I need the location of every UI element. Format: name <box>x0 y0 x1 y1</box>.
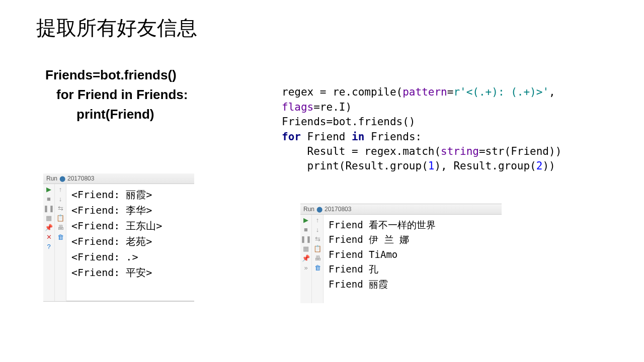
code-text: Friends=bot.friends() <box>282 116 416 128</box>
code-kwarg: flags <box>282 101 313 113</box>
code-text: Friends: <box>364 131 422 143</box>
code-text: = <box>447 86 454 98</box>
code-keyword: for <box>282 131 301 143</box>
code-number: 1 <box>428 160 435 172</box>
console-output-1: <Friend: 丽霞> <Friend: 李华> <Friend: 王东山> … <box>66 184 194 301</box>
pin-icon[interactable]: 📌 <box>45 224 53 231</box>
code-text: ), Result.group( <box>434 160 536 172</box>
code-keyword: in <box>352 131 364 143</box>
code-text: )) <box>542 160 555 172</box>
code-text: regex = re.compile( <box>282 86 403 98</box>
help-icon[interactable]: ? <box>47 243 50 250</box>
slide-title: 提取所有好友信息 <box>36 14 197 42</box>
code-line: Friends=bot.friends() <box>45 65 188 85</box>
run-panel-2: Run ⬤ 20170803 ▶ ■ ❚❚ ▦ 📌 » ↑ ↓ ⇆ 📋 🖶 🗑 … <box>300 204 502 303</box>
right-code-block: regex = re.compile(pattern=r'<(.+): (.+)… <box>282 70 561 174</box>
run-panel-header: Run ⬤ 20170803 <box>43 173 194 184</box>
code-string: r'<(.+): (.+)>' <box>453 86 549 98</box>
layout-icon[interactable]: ▦ <box>303 245 309 252</box>
code-text: =re.I) <box>313 101 352 113</box>
run-panel-header: Run ⬤ 20170803 <box>300 204 502 215</box>
pause-icon[interactable]: ❚❚ <box>43 205 54 212</box>
run-toolbar-col-1: ▶ ■ ❚❚ ▦ 📌 » <box>300 215 312 303</box>
stop-icon[interactable]: ■ <box>304 226 308 233</box>
code-number: 2 <box>536 160 543 172</box>
left-code-block: Friends=bot.friends() for Friend in Frie… <box>45 65 188 124</box>
wrap-icon[interactable]: ⇆ <box>58 205 63 212</box>
python-icon: ⬤ <box>316 206 323 213</box>
run-label: Run <box>46 175 57 182</box>
code-kwarg: string <box>441 145 479 157</box>
layout-icon[interactable]: ▦ <box>46 215 52 221</box>
run-label: Run <box>303 206 314 213</box>
python-icon: ⬤ <box>59 175 65 182</box>
pause-icon[interactable]: ❚❚ <box>300 236 311 242</box>
run-tab-name: 20170803 <box>325 206 351 213</box>
code-line: print(Friend) <box>76 105 188 124</box>
code-text: , <box>549 86 555 98</box>
down-icon[interactable]: ↓ <box>59 196 62 202</box>
down-icon[interactable]: ↓ <box>316 226 319 233</box>
code-line: for Friend in Friends: <box>56 85 188 105</box>
pin-icon[interactable]: 📌 <box>302 255 310 261</box>
trash-icon[interactable]: 🗑 <box>314 264 321 271</box>
close-icon[interactable]: ✕ <box>46 234 52 240</box>
console-output-2: Friend 看不一样的世界 Friend 伊 兰 娜 Friend TiAmo… <box>324 215 502 303</box>
code-kwarg: pattern <box>403 86 447 98</box>
run-toolbar-col-2: ↑ ↓ ⇆ 📋 🖶 🗑 <box>312 215 324 303</box>
export-icon[interactable]: 📋 <box>313 245 321 252</box>
run-icon[interactable]: ▶ <box>303 217 308 223</box>
print-icon[interactable]: 🖶 <box>57 224 64 231</box>
wrap-icon[interactable]: ⇆ <box>315 236 320 242</box>
trash-icon[interactable]: 🗑 <box>57 234 64 240</box>
up-icon[interactable]: ↑ <box>316 217 319 223</box>
print-icon[interactable]: 🖶 <box>314 255 321 261</box>
stop-icon[interactable]: ■ <box>47 196 51 202</box>
code-text: Friend <box>301 131 352 143</box>
code-text: print(Result.group( <box>282 160 428 172</box>
code-text: Result = regex.match( <box>282 145 441 157</box>
export-icon[interactable]: 📋 <box>56 215 64 221</box>
run-tab-name: 20170803 <box>67 175 94 182</box>
more-icon[interactable]: » <box>304 264 307 271</box>
run-toolbar-col-2: ↑ ↓ ⇆ 📋 🖶 🗑 <box>55 184 66 301</box>
run-icon[interactable]: ▶ <box>46 186 51 193</box>
up-icon[interactable]: ↑ <box>59 186 62 193</box>
run-toolbar-col-1: ▶ ■ ❚❚ ▦ 📌 ✕ ? <box>43 184 55 301</box>
run-panel-1: Run ⬤ 20170803 ▶ ■ ❚❚ ▦ 📌 ✕ ? ↑ ↓ ⇆ 📋 🖶 … <box>43 173 194 301</box>
code-text: =str(Friend)) <box>479 145 561 157</box>
